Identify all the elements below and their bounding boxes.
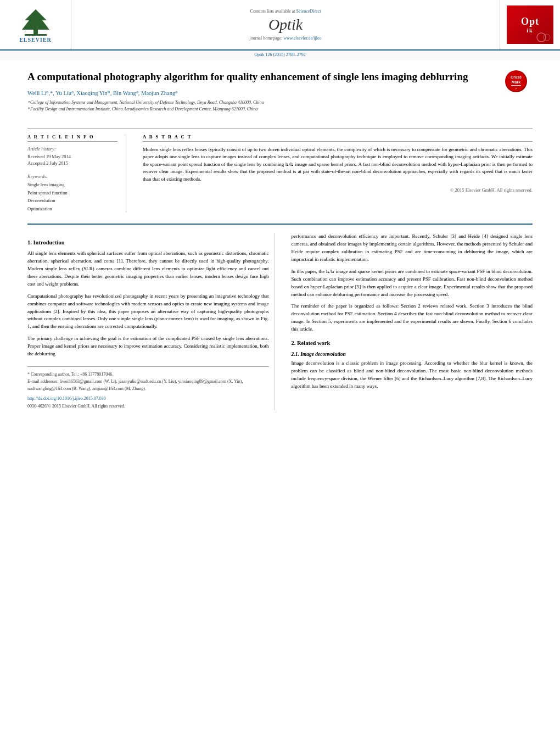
sciencedirect-link[interactable]: ScienceDirect <box>296 9 321 14</box>
authors-line: Weili Liᵃ,*, Yu Liuᵃ, Xiaoqing Yinᵇ, Bin… <box>27 90 497 96</box>
intro-para-1: All single lens elements with spherical … <box>27 250 269 288</box>
elsevier-logo: ELSEVIER <box>0 0 71 49</box>
col-left: 1. Introduction All single lens elements… <box>27 233 275 410</box>
intro-right-para-1: performance and deconvolution efficiency… <box>292 233 533 264</box>
received-date: Received 19 May 2014 <box>27 153 117 160</box>
keyword-1: Single lens imaging <box>27 181 117 188</box>
footer-doi[interactable]: http://dx.doi.org/10.1016/j.ijleo.2015.0… <box>27 395 269 403</box>
affiliation-b: ᵇ Facility Design and Instrumentation In… <box>27 106 497 113</box>
history-label: Article history: <box>27 146 117 152</box>
crossmark-badge: Cross Mark ✓ <box>505 70 533 92</box>
doi-line: Optik 126 (2015) 2788–2792 <box>0 51 560 59</box>
keywords-label: Keywords: <box>27 174 117 179</box>
svg-text:Mark: Mark <box>512 80 520 84</box>
contents-line: Contents lists available at ScienceDirec… <box>250 9 321 14</box>
svg-point-3 <box>537 33 546 42</box>
main-content: A computational photography algorithm fo… <box>0 59 560 421</box>
svg-marker-1 <box>22 9 49 30</box>
homepage-line: journal homepage: www.elsevier.de/ijleo <box>249 36 321 41</box>
abstract-text: Modern single lens reflex lenses typical… <box>143 146 533 183</box>
elsevier-tree-icon <box>14 7 58 37</box>
affiliation-a: ᵃ College of Information Systems and Man… <box>27 99 497 106</box>
optik-logo-text: Opt <box>521 16 539 27</box>
article-info-title: A R T I C L E I N F O <box>27 134 117 142</box>
intro-para-2: Computational photography has revolution… <box>27 293 269 331</box>
related-work-heading: 2. Related work <box>292 340 533 346</box>
article-info-row: A R T I C L E I N F O Article history: R… <box>27 128 533 213</box>
optik-logo-subtext: ik <box>527 27 533 34</box>
page-wrapper: ELSEVIER Contents lists available at Sci… <box>0 0 560 742</box>
optik-logo-box: Opt ik <box>500 0 560 49</box>
article-title: A computational photography algorithm fo… <box>27 70 497 84</box>
article-title-section: A computational photography algorithm fo… <box>27 70 533 121</box>
footer-notes: * Corresponding author. Tel.: +86 137780… <box>27 366 269 410</box>
intro-right-para-3: The reminder of the paper is organized a… <box>292 303 533 333</box>
svg-text:✓: ✓ <box>515 87 517 90</box>
intro-heading: 1. Introduction <box>27 239 269 246</box>
article-info-col: A R T I C L E I N F O Article history: R… <box>27 134 126 213</box>
homepage-link[interactable]: www.elsevier.de/ijleo <box>283 36 321 41</box>
svg-rect-2 <box>25 34 47 36</box>
corresponding-note: * Corresponding author. Tel.: +86 137780… <box>27 371 269 378</box>
crossmark-icon: Cross Mark ✓ <box>505 70 527 92</box>
email-note: E-mail addresses: liweili6563@gmail.com … <box>27 378 269 393</box>
header-top: ELSEVIER Contents lists available at Sci… <box>0 0 560 51</box>
svg-text:Cross: Cross <box>511 75 522 79</box>
elsevier-wordmark: ELSEVIER <box>19 37 52 43</box>
keyword-3: Deconvolution <box>27 197 117 204</box>
intro-para-3: The primary challenge in achieving the g… <box>27 335 269 358</box>
article-title-text: A computational photography algorithm fo… <box>27 70 497 117</box>
abstract-col: A B S T R A C T Modern single lens refle… <box>143 134 533 213</box>
accepted-date: Accepted 2 July 2015 <box>27 160 117 167</box>
abstract-title: A B S T R A C T <box>143 134 533 142</box>
keyword-4: Optimization <box>27 205 117 213</box>
related-work-para-1: Image deconvolution is a classic problem… <box>292 360 533 390</box>
journal-header-center: Contents lists available at ScienceDirec… <box>71 0 500 49</box>
footer-issn: 0030-4026/© 2015 Elsevier GmbH. All righ… <box>27 403 269 410</box>
image-deconv-heading: 2.1. Image deconvolution <box>292 352 533 357</box>
intro-right-para-2: In this paper, the l₁/l₂ image and spars… <box>292 268 533 299</box>
optik-logo-decoration <box>536 32 552 43</box>
copyright-line: © 2015 Elsevier GmbH. All rights reserve… <box>143 187 533 193</box>
col-right: performance and deconvolution efficiency… <box>286 233 533 410</box>
svg-point-4 <box>544 34 550 41</box>
optik-logo: Opt ik <box>507 5 553 44</box>
keyword-2: Point spread function <box>27 189 117 197</box>
affiliations: ᵃ College of Information Systems and Man… <box>27 99 497 113</box>
two-col-body: 1. Introduction All single lens elements… <box>27 224 533 410</box>
journal-name: Optik <box>268 16 303 34</box>
